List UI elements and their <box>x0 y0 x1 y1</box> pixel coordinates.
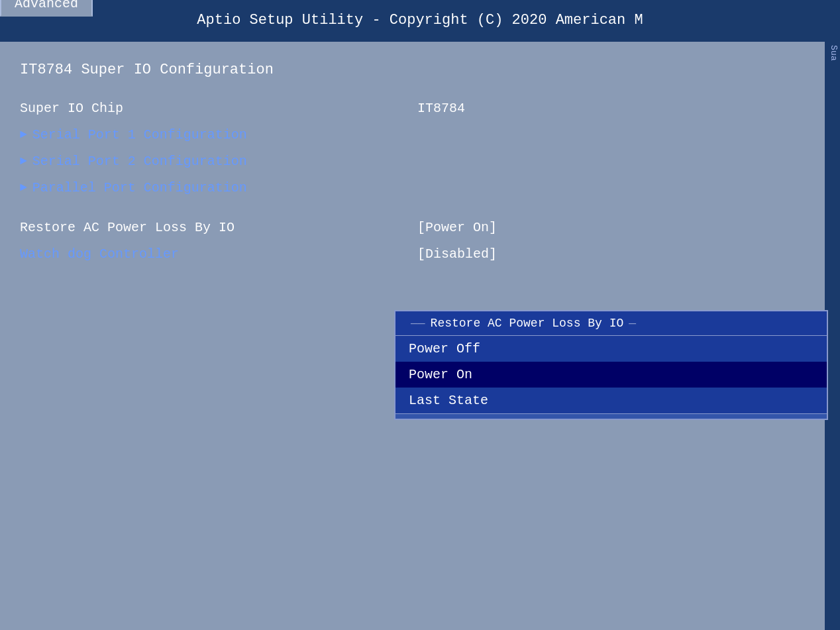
dropdown-option-power-on[interactable]: Power On <box>395 362 827 388</box>
restore-ac-value: [Power On] <box>417 220 497 235</box>
tab-advanced[interactable]: Advanced <box>0 0 93 17</box>
page-title: IT8784 Super IO Configuration <box>20 62 805 78</box>
setting-row-super-io-chip: Super IO Chip IT8784 <box>20 98 805 118</box>
super-io-chip-value: IT8784 <box>417 101 465 116</box>
setting-row-restore-ac[interactable]: Restore AC Power Loss By IO [Power On] <box>20 217 805 237</box>
main-content: IT8784 Super IO Configuration Super IO C… <box>0 42 825 630</box>
dropdown-title: Restore AC Power Loss By IO <box>431 317 624 330</box>
dropdown-line-right: — <box>629 317 636 330</box>
dropdown-title-bar: —— Restore AC Power Loss By IO — <box>395 311 827 336</box>
dropdown-option-power-off[interactable]: Power Off <box>395 336 827 362</box>
setting-row-watchdog[interactable]: Watch dog Controller [Disabled] <box>20 244 805 264</box>
setting-row-serial-port-1[interactable]: ► Serial Port 1 Configuration <box>20 125 805 144</box>
sidebar-text-s: S <box>825 45 839 50</box>
super-io-chip-label: Super IO Chip <box>20 101 417 116</box>
serial-port-1-label: Serial Port 1 Configuration <box>32 127 430 142</box>
arrow-icon-serial2: ► <box>20 154 27 168</box>
sidebar-text-a: a <box>825 56 839 61</box>
arrow-icon-serial1: ► <box>20 128 27 141</box>
settings-section: Super IO Chip IT8784 ► Serial Port 1 Con… <box>20 98 805 264</box>
restore-ac-label: Restore AC Power Loss By IO <box>20 220 417 235</box>
divider <box>20 204 805 217</box>
watchdog-label: Watch dog Controller <box>20 246 417 262</box>
dropdown-popup[interactable]: —— Restore AC Power Loss By IO — Power O… <box>394 310 828 420</box>
arrow-icon-parallel: ► <box>20 181 27 194</box>
setting-row-parallel-port[interactable]: ► Parallel Port Configuration <box>20 178 805 197</box>
dropdown-line-left: —— <box>411 317 425 330</box>
header-bar: Aptio Setup Utility - Copyright (C) 2020… <box>0 0 840 42</box>
header-title: Aptio Setup Utility - Copyright (C) 2020… <box>197 12 643 28</box>
sidebar-text-u: u <box>825 50 839 56</box>
serial-port-2-label: Serial Port 2 Configuration <box>32 154 430 169</box>
dropdown-footer <box>395 413 827 419</box>
setting-row-serial-port-2[interactable]: ► Serial Port 2 Configuration <box>20 151 805 171</box>
watchdog-value: [Disabled] <box>417 246 497 262</box>
parallel-port-label: Parallel Port Configuration <box>32 180 430 195</box>
dropdown-option-last-state[interactable]: Last State <box>395 388 827 413</box>
